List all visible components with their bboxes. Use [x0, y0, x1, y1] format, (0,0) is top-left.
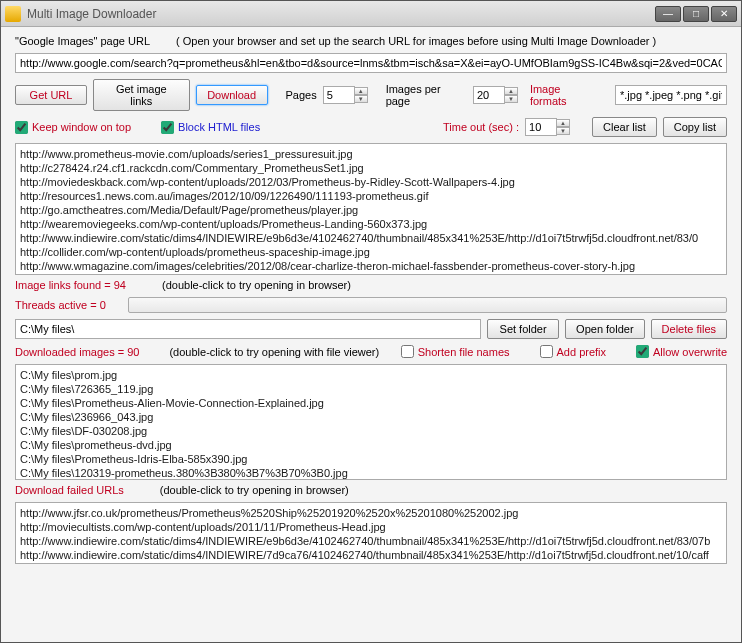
- window-title: Multi Image Downloader: [27, 7, 655, 21]
- threads-active-label: Threads active = 0: [15, 299, 106, 311]
- pages-label: Pages: [286, 89, 317, 101]
- links-hint: (double-click to try opening in browser): [162, 279, 351, 291]
- down-arrow-icon[interactable]: ▼: [354, 95, 368, 103]
- copy-list-button[interactable]: Copy list: [663, 117, 727, 137]
- image-links-list[interactable]: http://www.prometheus-movie.com/uploads/…: [15, 143, 727, 275]
- list-item[interactable]: http://moviedeskback.com/wp-content/uplo…: [20, 175, 722, 189]
- shorten-names-label: Shorten file names: [418, 346, 510, 358]
- window-controls: — □ ✕: [655, 6, 737, 22]
- url-hint: ( Open your browser and set up the searc…: [176, 35, 656, 47]
- download-failed-label: Download failed URLs: [15, 484, 124, 496]
- list-item[interactable]: http://resources1.news.com.au/images/201…: [20, 189, 722, 203]
- down-arrow-icon[interactable]: ▼: [504, 95, 518, 103]
- list-item[interactable]: http://www.indiewire.com/static/dims4/IN…: [20, 548, 722, 562]
- block-html-input[interactable]: [161, 121, 174, 134]
- set-folder-button[interactable]: Set folder: [487, 319, 559, 339]
- open-folder-button[interactable]: Open folder: [565, 319, 644, 339]
- add-prefix-label: Add prefix: [557, 346, 607, 358]
- image-formats-input[interactable]: [615, 85, 727, 105]
- list-item[interactable]: C:\My files\726365_119.jpg: [20, 382, 722, 396]
- down-arrow-icon[interactable]: ▼: [556, 127, 570, 135]
- downloaded-images-label: Downloaded images = 90: [15, 346, 139, 358]
- titlebar: Multi Image Downloader — □ ✕: [1, 1, 741, 27]
- links-found-label: Image links found = 94: [15, 279, 126, 291]
- list-item[interactable]: C:\My files\120319-prometheus.380%3B380%…: [20, 466, 722, 480]
- progress-bar: [128, 297, 727, 313]
- list-item[interactable]: http://www.wmagazine.com/images/celebrit…: [20, 259, 722, 273]
- pages-spinner[interactable]: ▲▼: [323, 86, 368, 104]
- get-image-links-button[interactable]: Get image links: [93, 79, 190, 111]
- list-item[interactable]: http://wearemoviegeeks.com/wp-content/up…: [20, 217, 722, 231]
- delete-files-button[interactable]: Delete files: [651, 319, 727, 339]
- allow-overwrite-checkbox[interactable]: Allow overwrite: [636, 345, 727, 358]
- block-html-checkbox[interactable]: Block HTML files: [161, 121, 260, 134]
- up-arrow-icon[interactable]: ▲: [504, 87, 518, 95]
- timeout-input[interactable]: [525, 118, 557, 136]
- list-item[interactable]: http://www.indiewire.com/static/dims4/IN…: [20, 534, 722, 548]
- shorten-names-checkbox[interactable]: Shorten file names: [401, 345, 510, 358]
- list-item[interactable]: C:\My files\prom.jpg: [20, 368, 722, 382]
- download-button[interactable]: Download: [196, 85, 268, 105]
- app-window: Multi Image Downloader — □ ✕ "Google Ima…: [0, 0, 742, 643]
- downloaded-files-list[interactable]: C:\My files\prom.jpgC:\My files\726365_1…: [15, 364, 727, 480]
- up-arrow-icon[interactable]: ▲: [556, 119, 570, 127]
- failed-urls-list[interactable]: http://www.jfsr.co.uk/prometheus/Prometh…: [15, 502, 727, 564]
- up-arrow-icon[interactable]: ▲: [354, 87, 368, 95]
- images-per-page-label: Images per page: [386, 83, 467, 107]
- list-item[interactable]: C:\My files\Prometheus-Idris-Elba-585x39…: [20, 452, 722, 466]
- allow-overwrite-label: Allow overwrite: [653, 346, 727, 358]
- list-item[interactable]: http://moviecultists.com/wp-content/uplo…: [20, 520, 722, 534]
- downloaded-hint: (double-click to try opening with file v…: [169, 346, 379, 358]
- images-per-page-spinner[interactable]: ▲▼: [473, 86, 518, 104]
- timeout-label: Time out (sec) :: [443, 121, 519, 133]
- url-label: "Google Images" page URL: [15, 35, 150, 47]
- list-item[interactable]: C:\My files\prometheus-dvd.jpg: [20, 438, 722, 452]
- allow-overwrite-input[interactable]: [636, 345, 649, 358]
- images-per-page-input[interactable]: [473, 86, 505, 104]
- keep-on-top-input[interactable]: [15, 121, 28, 134]
- maximize-button[interactable]: □: [683, 6, 709, 22]
- list-item[interactable]: C:\My files\DF-030208.jpg: [20, 424, 722, 438]
- app-icon: [5, 6, 21, 22]
- folder-input[interactable]: [15, 319, 481, 339]
- close-button[interactable]: ✕: [711, 6, 737, 22]
- image-formats-label: Image formats: [530, 83, 599, 107]
- timeout-spinner[interactable]: ▲▼: [525, 118, 570, 136]
- list-item[interactable]: http://www.jfsr.co.uk/prometheus/Prometh…: [20, 506, 722, 520]
- shorten-names-input[interactable]: [401, 345, 414, 358]
- block-html-label: Block HTML files: [178, 121, 260, 133]
- list-item[interactable]: http://www.indiewire.com/static/dims4/IN…: [20, 231, 722, 245]
- pages-input[interactable]: [323, 86, 355, 104]
- url-input[interactable]: [15, 53, 727, 73]
- keep-on-top-checkbox[interactable]: Keep window on top: [15, 121, 131, 134]
- failed-hint: (double-click to try opening in browser): [160, 484, 349, 496]
- keep-on-top-label: Keep window on top: [32, 121, 131, 133]
- add-prefix-checkbox[interactable]: Add prefix: [540, 345, 607, 358]
- list-item[interactable]: http://collider.com/wp-content/uploads/p…: [20, 245, 722, 259]
- list-item[interactable]: http://go.amctheatres.com/Media/Default/…: [20, 203, 722, 217]
- list-item[interactable]: C:\My files\236966_043.jpg: [20, 410, 722, 424]
- list-item[interactable]: C:\My files\Prometheus-Alien-Movie-Conne…: [20, 396, 722, 410]
- list-item[interactable]: http://michaelgloversmith.files.wordpres…: [20, 273, 722, 275]
- add-prefix-input[interactable]: [540, 345, 553, 358]
- list-item[interactable]: http://c278424.r24.cf1.rackcdn.com/Comme…: [20, 161, 722, 175]
- list-item[interactable]: http://www.prometheus-movie.com/uploads/…: [20, 147, 722, 161]
- content-area: "Google Images" page URL ( Open your bro…: [1, 27, 741, 642]
- clear-list-button[interactable]: Clear list: [592, 117, 657, 137]
- get-url-button[interactable]: Get URL: [15, 85, 87, 105]
- minimize-button[interactable]: —: [655, 6, 681, 22]
